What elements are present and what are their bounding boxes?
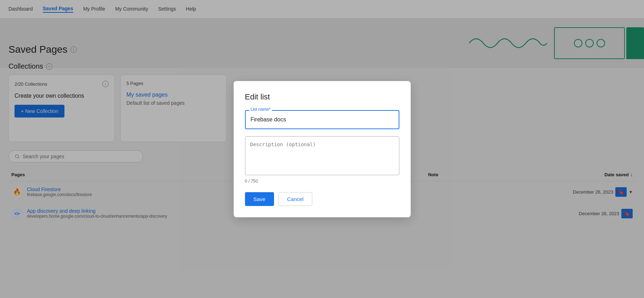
- list-name-input[interactable]: [245, 110, 399, 129]
- list-name-wrapper: List name*: [245, 110, 399, 129]
- list-name-label: List name*: [249, 107, 272, 112]
- modal-save-button[interactable]: Save: [245, 192, 274, 206]
- modal-actions: Save Cancel: [245, 192, 399, 206]
- char-count: 0 / 750: [245, 179, 399, 184]
- modal-overlay[interactable]: Edit list List name* 0 / 750 Save Cancel: [0, 0, 644, 298]
- modal-cancel-button[interactable]: Cancel: [278, 192, 313, 206]
- description-textarea[interactable]: [245, 136, 399, 175]
- edit-list-modal: Edit list List name* 0 / 750 Save Cancel: [234, 81, 411, 217]
- modal-title: Edit list: [245, 92, 399, 102]
- description-wrapper: [245, 136, 399, 177]
